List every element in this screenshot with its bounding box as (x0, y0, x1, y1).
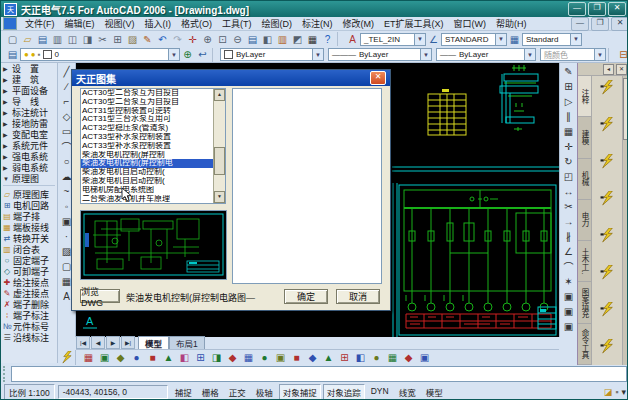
tz-tool-icon[interactable]: ■ (146, 351, 159, 364)
tz-tool-icon[interactable]: ▲ (162, 351, 175, 364)
status-toggle-button[interactable]: 正交 (225, 384, 250, 400)
atlas-list-item[interactable]: ACT32型稳压泵(管道泵) (81, 124, 213, 133)
tab-nav-button[interactable]: |◀ (76, 336, 90, 349)
window-control-button[interactable]: — (568, 2, 586, 16)
modify-tool-icon[interactable]: ✎ (561, 64, 576, 79)
atlas-list-item[interactable]: 电梯机房配电系统图 (81, 186, 213, 195)
menu-item[interactable]: 绘图(D) (257, 17, 298, 30)
menu-item[interactable]: 修改(M) (338, 17, 380, 30)
menu-item[interactable]: 编辑(E) (60, 17, 100, 30)
atlas-list-item[interactable]: ACT31型三台水泵互用可 (81, 115, 213, 124)
status-toggle-button[interactable]: 模型 (422, 384, 447, 400)
modify-tool-icon[interactable]: ↔ (561, 184, 576, 199)
modify-tool-icon[interactable]: → (561, 214, 576, 229)
menu-item[interactable]: 帮助(H) (491, 17, 532, 30)
status-toggle-button[interactable]: 栅格 (198, 384, 223, 400)
child-window-control[interactable]: ✕ (611, 17, 628, 31)
toolbar-icon[interactable]: ✂ (95, 32, 110, 46)
status-toggle-button[interactable]: 极轴 (252, 384, 277, 400)
command-line-grip[interactable] (3, 366, 9, 382)
tab-nav-button[interactable]: ▶| (121, 336, 135, 349)
atlas-list-item[interactable]: 柴油发电机控制(屏控制电 (81, 159, 213, 168)
tray-icon[interactable]: ◪ (604, 387, 613, 397)
atlas-list-item[interactable]: 柴油发电机自启动控制( (81, 177, 213, 186)
layer-previous-icon[interactable]: ↩ (195, 48, 210, 62)
modify-tool-icon[interactable]: ✛ (561, 139, 576, 154)
tz-tool-icon[interactable]: ◆ (226, 351, 239, 364)
toolbar-icon[interactable]: ▱ (20, 32, 35, 46)
menu-item[interactable]: 工具(T) (217, 17, 257, 30)
atlas-list-item[interactable]: ACT31型控制装置可逆转 (81, 107, 213, 116)
tz-tool-icon[interactable]: ▣ (98, 351, 111, 364)
status-toggle-button[interactable]: 线宽 (395, 384, 420, 400)
text-style-combo[interactable]: _TEL_2IN▼ (360, 33, 426, 46)
command-input[interactable] (11, 366, 627, 382)
tz-tool-icon[interactable]: ▣ (274, 351, 287, 364)
lightning-tool-icon[interactable] (600, 80, 615, 99)
linetype-combo[interactable]: ——— ByLayer ▼ (328, 48, 432, 61)
atlas-list-item[interactable]: ACT33型补水泵控制装置 (81, 133, 213, 142)
menu-item[interactable]: 格式(O) (176, 17, 217, 30)
status-toggle-button[interactable]: 捕捉 (171, 384, 196, 400)
dim-style-icon[interactable]: ∠ (426, 32, 441, 46)
tz-tool-icon[interactable]: ◧ (178, 351, 191, 364)
menu-item[interactable]: 视图(V) (100, 17, 140, 30)
tz-tool-icon[interactable]: ◆ (306, 351, 319, 364)
modify-tool-icon[interactable]: ✂ (561, 199, 576, 214)
chevron-down-icon[interactable]: ▼ (414, 34, 425, 45)
tz-tool-icon[interactable]: ⊞ (194, 351, 207, 364)
palette-close-icon[interactable]: ✕ (616, 64, 627, 75)
browse-dwg-button[interactable]: 浏览DWG (80, 289, 120, 303)
scrollbar-thumb[interactable] (623, 78, 628, 140)
toolbar-icon[interactable]: ◨ (80, 32, 95, 46)
toolbar-icon[interactable]: ▤ (245, 32, 260, 46)
toolbar-icon[interactable]: ✛ (185, 32, 200, 46)
tz-tool-icon[interactable]: ● (258, 351, 271, 364)
scroll-up-icon[interactable]: ▲ (214, 89, 225, 101)
atlas-list-item[interactable]: 柴油发电机控制(屏控制 (81, 151, 213, 160)
ok-button[interactable]: 确定 (284, 289, 328, 304)
tz-tool-icon[interactable]: ◨ (210, 351, 223, 364)
modify-tool-icon[interactable]: ↻ (561, 154, 576, 169)
atlas-listbox[interactable]: ACT30型二台泵互为自投自ACT30型二台泵互为自投自ACT31型控制装置可逆… (80, 88, 226, 204)
electric-quick-button[interactable] (58, 350, 76, 365)
toolbar-icon[interactable]: ▨ (125, 32, 140, 46)
scroll-down-icon[interactable]: ▼ (214, 191, 225, 203)
menu-item[interactable]: 标注(N) (297, 17, 338, 30)
menu-item[interactable]: ET扩展工具(X) (379, 17, 449, 30)
tz-tool-icon[interactable]: ▦ (386, 351, 399, 364)
toolbar-icon[interactable]: ▥ (50, 32, 65, 46)
modify-tool-icon[interactable]: ✶ (561, 274, 576, 289)
dim-style-combo[interactable]: STANDARD▼ (441, 33, 507, 46)
palette-tab[interactable]: 图案填充 (578, 282, 591, 323)
toolbar-icon[interactable]: ⊡ (215, 32, 230, 46)
atlas-list-item[interactable]: 柴油发电机自启动控制( (81, 168, 213, 177)
lightning-tool-icon[interactable] (600, 339, 615, 358)
sidebar-group-item[interactable]: ▼ 原理图 (1, 173, 57, 184)
lightning-tool-icon[interactable] (600, 154, 615, 173)
tz-tool-icon[interactable]: ⊞ (338, 351, 351, 364)
chevron-down-icon[interactable]: ▼ (570, 34, 581, 45)
layer-manager-icon[interactable]: ▤ (5, 48, 20, 62)
dialog-close-icon[interactable]: ✕ (370, 71, 386, 85)
menu-item[interactable]: 文件(F) (20, 17, 60, 30)
palette-tab[interactable]: 土木工.. (578, 241, 591, 282)
tz-tool-icon[interactable]: ● (370, 351, 383, 364)
palette-tab[interactable]: 建模 (578, 117, 591, 158)
window-control-button[interactable]: ❐ (588, 2, 606, 16)
tray-icon[interactable]: ▾ (621, 387, 626, 397)
tab-nav-button[interactable]: ◀ (91, 336, 105, 349)
palette-tab[interactable]: 电力 (578, 200, 591, 241)
cancel-button[interactable]: 取消 (336, 289, 380, 304)
tab-nav-button[interactable]: ▶ (106, 336, 120, 349)
atlas-list-item[interactable]: ACT30型二台泵互为自投自 (81, 98, 213, 107)
palette-scrollbar[interactable] (622, 76, 628, 365)
lightning-tool-icon[interactable] (600, 191, 615, 210)
lineweight-combo[interactable]: —— ByLayer ▼ (436, 48, 536, 61)
list-scrollbar[interactable]: ▲ ▼ (213, 89, 225, 203)
table-style-icon[interactable]: ▦ (507, 32, 522, 46)
tz-tool-icon[interactable]: ▦ (82, 351, 95, 364)
modify-tool-icon[interactable]: ▣ (561, 289, 576, 304)
lightning-tool-icon[interactable] (600, 117, 615, 136)
chevron-down-icon[interactable]: ▼ (420, 49, 431, 60)
